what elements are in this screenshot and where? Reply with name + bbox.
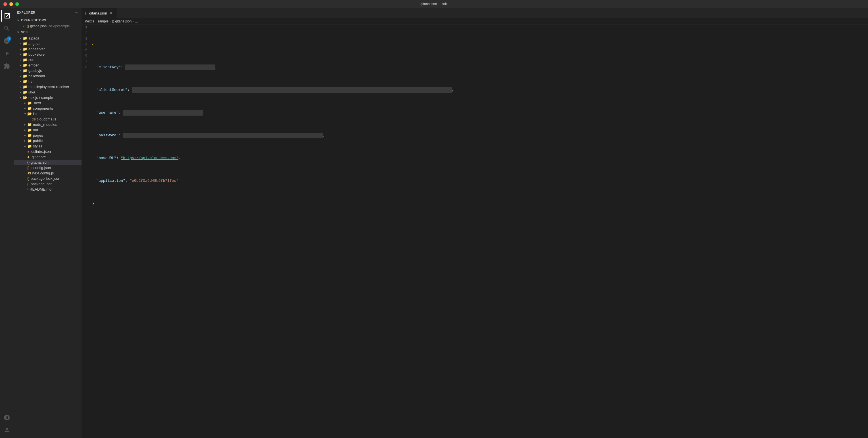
search-activity-icon[interactable] bbox=[1, 23, 12, 34]
sdk-header[interactable]: SDK bbox=[13, 29, 82, 35]
folder-pages-chevron bbox=[23, 134, 27, 137]
source-control-activity-icon[interactable]: 4 bbox=[1, 35, 12, 46]
file-next-config-label: next.config.js bbox=[32, 171, 82, 175]
tok-username-colon: : bbox=[119, 110, 123, 116]
file-eslint-label: .eslintrc.json bbox=[30, 149, 82, 154]
folder-angular-label: angular bbox=[28, 41, 82, 46]
tab-gitana-json[interactable]: {} gitana.json ✕ bbox=[82, 8, 117, 18]
tok-open-brace: { bbox=[92, 42, 94, 48]
file-readme[interactable]: ℹ README.md bbox=[13, 187, 82, 192]
explorer-icon[interactable] bbox=[1, 10, 12, 22]
file-eslint[interactable]: ● .eslintrc.json bbox=[13, 149, 82, 154]
folder-lib-icon: 📂 bbox=[27, 112, 32, 116]
folder-java[interactable]: 📁 java bbox=[13, 90, 82, 95]
folder-alpaca-chevron bbox=[18, 37, 23, 40]
folder-pages[interactable]: 📁 pages bbox=[13, 133, 82, 138]
json-file-icon: {} bbox=[27, 24, 29, 28]
folder-out[interactable]: 📁 out bbox=[13, 127, 82, 133]
tok-close-brace: } bbox=[92, 201, 94, 207]
breadcrumb-nextjs[interactable]: nextjs bbox=[85, 19, 94, 23]
run-activity-icon[interactable] bbox=[1, 48, 12, 59]
editor-area: {} gitana.json ✕ nextjs › sample › {} gi… bbox=[82, 8, 868, 438]
file-package-json[interactable]: {} package.json bbox=[13, 181, 82, 187]
sdk-chevron bbox=[16, 30, 21, 34]
folder-next[interactable]: 📁 .next bbox=[13, 100, 82, 106]
folder-styles[interactable]: 📁 styles bbox=[13, 144, 82, 149]
breadcrumb-sample[interactable]: sample bbox=[97, 19, 108, 23]
file-jsconfig-label: jsconfig.json bbox=[31, 166, 82, 170]
tok-baseurl-value: "https://api.cloudcms.com" bbox=[121, 155, 178, 161]
folder-styles-label: styles bbox=[33, 144, 82, 148]
open-editors-label: Open Editors bbox=[21, 19, 46, 22]
line-num-7: 7 bbox=[85, 59, 88, 64]
extensions-activity-icon[interactable] bbox=[1, 60, 12, 71]
folder-curl[interactable]: 📁 curl bbox=[13, 57, 82, 62]
close-button[interactable] bbox=[3, 2, 7, 6]
folder-java-label: java bbox=[28, 90, 82, 94]
folder-http-icon: 📁 bbox=[23, 85, 27, 89]
tok-password-value: ████████████████████████████████████████… bbox=[123, 133, 323, 138]
file-gitignore[interactable]: ◆ .gitignore bbox=[13, 154, 82, 160]
remote-activity-icon[interactable] bbox=[1, 412, 12, 423]
tok-clientsecret-comma: , bbox=[452, 87, 454, 93]
breadcrumb-gitana[interactable]: {} gitana.json bbox=[112, 19, 131, 23]
tok-clientsecret-key: "clientSecret" bbox=[92, 87, 127, 93]
file-gitana-json[interactable]: {} gitana.json bbox=[13, 160, 82, 165]
open-editors-header[interactable]: Open Editors bbox=[13, 17, 82, 24]
close-editor-icon[interactable]: ✕ bbox=[22, 24, 26, 28]
window-title: gitana.json — sdk bbox=[421, 2, 447, 6]
code-line-3: "clientSecret" : ███████████████████████… bbox=[92, 87, 868, 93]
folder-angular-chevron bbox=[18, 42, 23, 45]
tok-application-value: "e0b2f0a6d48b6fb71fec" bbox=[129, 178, 178, 184]
folder-appserver-chevron bbox=[18, 48, 23, 51]
folder-curl-icon: 📁 bbox=[23, 58, 27, 62]
folder-bookstore[interactable]: 📁 bookstore bbox=[13, 52, 82, 57]
folder-nextjs-sample[interactable]: 📂 nextjs / sample bbox=[13, 95, 82, 100]
folder-gatsbyjs-label: gatsbyjs bbox=[28, 68, 82, 73]
folder-node-modules-label: node_modules bbox=[33, 122, 82, 127]
file-next-config-icon: JS bbox=[27, 171, 31, 175]
file-cloudcms[interactable]: JS cloudcms.js bbox=[13, 117, 82, 122]
folder-public[interactable]: 📁 public bbox=[13, 138, 82, 144]
file-jsconfig[interactable]: {} jsconfig.json bbox=[13, 165, 82, 170]
tok-baseurl-comma: , bbox=[178, 155, 181, 161]
maximize-button[interactable] bbox=[16, 2, 19, 6]
folder-lib[interactable]: 📂 lib bbox=[13, 111, 82, 117]
folder-http-deployment-receiver[interactable]: 📁 http-deployment-receiver bbox=[13, 84, 82, 90]
folder-helloworld-chevron bbox=[18, 74, 23, 77]
folder-appserver-icon: 📁 bbox=[23, 47, 27, 51]
folder-nextjs-label: nextjs / sample bbox=[28, 95, 82, 100]
line-num-6: 6 bbox=[85, 53, 88, 59]
code-content[interactable]: { "clientKey" : ████████████████████████… bbox=[91, 25, 868, 438]
code-editor[interactable]: 1 2 3 4 5 6 7 8 { "clientKey" : ████████… bbox=[82, 25, 868, 438]
folder-ember[interactable]: 📁 ember bbox=[13, 62, 82, 68]
folder-appserver[interactable]: 📁 appserver bbox=[13, 46, 82, 52]
folder-pages-label: pages bbox=[33, 133, 82, 137]
breadcrumb-ellipsis[interactable]: ... bbox=[135, 19, 138, 23]
file-package-lock[interactable]: {} package-lock.json bbox=[13, 176, 82, 181]
folder-pages-icon: 📁 bbox=[27, 133, 32, 137]
folder-angular[interactable]: 📁 angular bbox=[13, 41, 82, 46]
folder-html[interactable]: 📁 html bbox=[13, 79, 82, 84]
sidebar-more-icon[interactable]: ··· bbox=[75, 10, 78, 14]
folder-node-modules-chevron bbox=[23, 123, 27, 126]
tab-close-button[interactable]: ✕ bbox=[109, 11, 113, 15]
traffic-lights[interactable] bbox=[3, 2, 19, 6]
open-editor-name: gitana.json bbox=[30, 24, 46, 28]
folder-lib-chevron bbox=[23, 112, 27, 115]
open-editor-gitana[interactable]: ✕ {} gitana.json nextjs/sample bbox=[13, 24, 82, 29]
file-next-config[interactable]: JS next.config.js bbox=[13, 170, 82, 176]
folder-html-chevron bbox=[18, 80, 23, 83]
folder-components[interactable]: 📁 components bbox=[13, 106, 82, 111]
folder-node-modules[interactable]: 📁 node_modules bbox=[13, 122, 82, 127]
account-activity-icon[interactable] bbox=[1, 425, 12, 436]
minimize-button[interactable] bbox=[9, 2, 13, 6]
tok-password-key: "password" bbox=[92, 133, 119, 138]
file-eslint-icon: ● bbox=[27, 150, 29, 153]
folder-helloworld[interactable]: 📁 helloworld bbox=[13, 73, 82, 79]
file-package-json-label: package.json bbox=[31, 182, 82, 186]
line-num-1: 1 bbox=[85, 25, 88, 30]
folder-gatsbyjs[interactable]: 📁 gatsbyjs bbox=[13, 68, 82, 73]
line-num-2: 2 bbox=[85, 30, 88, 36]
folder-alpaca[interactable]: 📁 alpaca bbox=[13, 35, 82, 41]
